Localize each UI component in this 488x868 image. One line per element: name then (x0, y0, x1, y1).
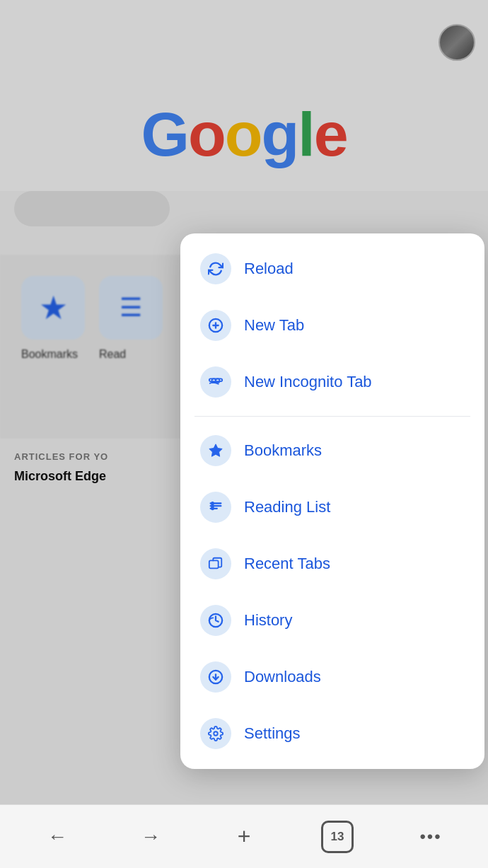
new-tab-label: New Tab (244, 316, 304, 335)
downloads-label: Downloads (244, 668, 321, 686)
reload-icon (200, 253, 231, 284)
svg-rect-13 (209, 560, 219, 568)
more-button[interactable]: ••• (409, 816, 452, 858)
history-label: History (244, 611, 292, 630)
menu-item-reading-list[interactable]: Reading List (180, 479, 484, 536)
new-tab-button[interactable]: + (223, 816, 265, 858)
settings-icon (200, 718, 231, 749)
svg-marker-6 (209, 444, 222, 456)
context-menu: Reload New Tab New Incognito Tab (180, 233, 484, 769)
menu-item-settings[interactable]: Settings (180, 705, 484, 762)
tabs-button[interactable]: 13 (316, 816, 359, 858)
tabs-badge: 13 (321, 821, 354, 853)
recent-tabs-label: Recent Tabs (244, 555, 330, 573)
bookmarks-icon (200, 435, 231, 466)
svg-point-10 (211, 502, 214, 504)
menu-item-downloads[interactable]: Downloads (180, 649, 484, 705)
incognito-icon (200, 366, 231, 398)
reading-list-icon (200, 492, 231, 523)
menu-item-history[interactable]: History (180, 592, 484, 649)
reload-label: Reload (244, 260, 294, 278)
svg-point-19 (214, 731, 218, 736)
svg-point-11 (211, 505, 214, 507)
menu-item-new-tab[interactable]: New Tab (180, 297, 484, 354)
menu-divider-1 (194, 416, 470, 417)
menu-item-incognito[interactable]: New Incognito Tab (180, 354, 484, 410)
downloads-icon (200, 661, 231, 693)
back-icon: ← (47, 826, 67, 848)
new-tab-nav-icon: + (238, 823, 251, 850)
bookmarks-label: Bookmarks (244, 441, 322, 460)
menu-item-bookmarks[interactable]: Bookmarks (180, 422, 484, 479)
tabs-count: 13 (331, 830, 344, 844)
more-icon: ••• (419, 827, 441, 847)
menu-item-recent-tabs[interactable]: Recent Tabs (180, 536, 484, 592)
forward-icon: → (141, 826, 161, 848)
svg-point-12 (211, 507, 214, 509)
bottom-nav: ← → + 13 ••• (0, 804, 488, 868)
back-button[interactable]: ← (36, 816, 79, 858)
incognito-label: New Incognito Tab (244, 373, 372, 391)
reading-list-label: Reading List (244, 498, 330, 516)
settings-label: Settings (244, 724, 301, 743)
new-tab-icon (200, 310, 231, 341)
forward-button[interactable]: → (129, 816, 172, 858)
recent-tabs-icon (200, 548, 231, 579)
menu-item-reload[interactable]: Reload (180, 241, 484, 297)
history-icon (200, 605, 231, 636)
